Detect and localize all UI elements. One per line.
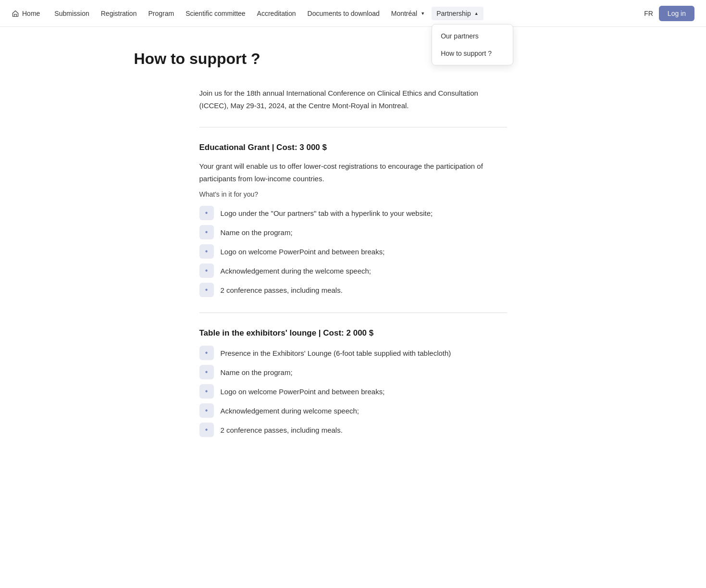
- bullet-icon: •: [199, 365, 214, 379]
- bullet-icon: •: [199, 206, 214, 220]
- section-exhibitors-lounge: Table in the exhibitors' lounge | Cost: …: [199, 328, 507, 437]
- content-block: Join us for the 18th annual Internationa…: [199, 87, 507, 437]
- dropdown-how-to-support[interactable]: How to support ?: [432, 45, 513, 62]
- list-item: • Name on the program;: [199, 365, 507, 379]
- home-icon: [12, 10, 19, 17]
- benefit-text: Name on the program;: [221, 225, 293, 238]
- section-1-title: Educational Grant | Cost: 3 000 $: [199, 143, 507, 152]
- language-switch[interactable]: FR: [644, 10, 653, 17]
- login-button[interactable]: Log in: [659, 6, 694, 21]
- section-1-benefits: • Logo under the "Our partners" tab with…: [199, 206, 507, 297]
- benefit-text: Presence in the Exhibitors' Lounge (6-fo…: [221, 346, 451, 359]
- nav-registration[interactable]: Registration: [96, 7, 142, 20]
- list-item: • 2 conference passes, including meals.: [199, 283, 507, 297]
- benefit-text: Acknowledgement during welcome speech;: [221, 403, 359, 417]
- bullet-icon: •: [199, 263, 214, 278]
- partnership-dropdown-menu: Our partners How to support ?: [432, 24, 513, 65]
- benefit-text: Name on the program;: [221, 365, 293, 378]
- benefit-text: Logo on welcome PowerPoint and between b…: [221, 244, 385, 258]
- list-item: • Logo on welcome PowerPoint and between…: [199, 384, 507, 399]
- bullet-icon: •: [199, 283, 214, 297]
- bullet-icon: •: [199, 403, 214, 418]
- nav-right: FR Log in: [644, 6, 694, 21]
- list-item: • 2 conference passes, including meals.: [199, 423, 507, 437]
- nav-montreal-dropdown[interactable]: Montréal: [386, 7, 430, 20]
- list-item: • Logo on welcome PowerPoint and between…: [199, 244, 507, 259]
- section-2-benefits: • Presence in the Exhibitors' Lounge (6-…: [199, 346, 507, 437]
- nav-partnership-dropdown[interactable]: Partnership: [432, 7, 483, 20]
- partnership-dropdown-wrapper: Partnership Our partners How to support …: [432, 7, 483, 20]
- section-2-title: Table in the exhibitors' lounge | Cost: …: [199, 328, 507, 338]
- list-item: • Logo under the "Our partners" tab with…: [199, 206, 507, 220]
- nav-documents[interactable]: Documents to download: [303, 7, 384, 20]
- nav-program[interactable]: Program: [143, 7, 179, 20]
- divider-1: [199, 127, 507, 127]
- bullet-icon: •: [199, 244, 214, 259]
- section-1-desc: Your grant will enable us to offer lower…: [199, 160, 507, 185]
- bullet-icon: •: [199, 384, 214, 399]
- list-item: • Acknowledgement during welcome speech;: [199, 403, 507, 418]
- benefit-text: Acknowledgement during the welcome speec…: [221, 263, 372, 277]
- benefit-text: Logo on welcome PowerPoint and between b…: [221, 384, 385, 398]
- nav-links: Submission Registration Program Scientif…: [50, 7, 644, 20]
- home-link[interactable]: Home: [12, 10, 40, 17]
- home-label: Home: [22, 10, 40, 17]
- main-content: How to support ? Join us for the 18th an…: [123, 27, 584, 475]
- benefit-text: 2 conference passes, including meals.: [221, 283, 343, 296]
- bullet-icon: •: [199, 423, 214, 437]
- benefit-text: 2 conference passes, including meals.: [221, 423, 343, 436]
- list-item: • Acknowledgement during the welcome spe…: [199, 263, 507, 278]
- dropdown-our-partners[interactable]: Our partners: [432, 27, 513, 45]
- benefit-text: Logo under the "Our partners" tab with a…: [221, 206, 433, 219]
- bullet-icon: •: [199, 225, 214, 239]
- list-item: • Name on the program;: [199, 225, 507, 239]
- nav-scientific-committee[interactable]: Scientific committee: [181, 7, 250, 20]
- nav-submission[interactable]: Submission: [50, 7, 94, 20]
- section-educational-grant: Educational Grant | Cost: 3 000 $ Your g…: [199, 143, 507, 297]
- nav-accreditation[interactable]: Accreditation: [252, 7, 301, 20]
- bullet-icon: •: [199, 346, 214, 360]
- section-1-whats-in: What's in it for you?: [199, 190, 507, 198]
- intro-text: Join us for the 18th annual Internationa…: [199, 87, 507, 112]
- divider-2: [199, 313, 507, 313]
- navigation: Home Submission Registration Program Sci…: [0, 0, 706, 27]
- list-item: • Presence in the Exhibitors' Lounge (6-…: [199, 346, 507, 360]
